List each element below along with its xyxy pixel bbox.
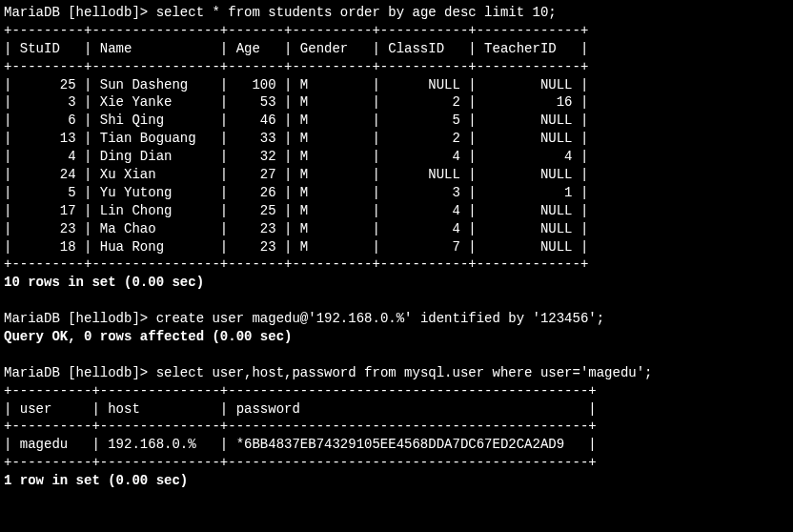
table2-header: | user | host | password |	[4, 401, 597, 417]
table1-border-mid1: +---------+----------------+-------+----…	[4, 59, 588, 74]
table1-border-top: +---------+----------------+-------+----…	[4, 23, 588, 38]
query-2[interactable]: create user magedu@'192.168.0.%' identif…	[156, 311, 604, 326]
terminal-output: MariaDB [hellodb]> select * from student…	[0, 0, 793, 494]
table1-row: | 5 | Yu Yutong | 26 | M | 3 | 1 |	[4, 185, 588, 200]
table1-row: | 18 | Hua Rong | 23 | M | 7 | NULL |	[4, 239, 588, 255]
table2-border-mid1: +----------+---------------+------------…	[4, 419, 597, 434]
prompt-2: MariaDB [hellodb]>	[4, 311, 156, 326]
table1-header: | StuID | Name | Age | Gender | ClassID …	[4, 41, 588, 56]
result-summary-2: Query OK, 0 rows affected (0.00 sec)	[4, 329, 292, 344]
table2-border-top: +----------+---------------+------------…	[4, 383, 597, 399]
table1-row: | 13 | Tian Boguang | 33 | M | 2 | NULL …	[4, 131, 588, 146]
query-1[interactable]: select * from students order by age desc…	[156, 5, 557, 20]
table1-row: | 23 | Ma Chao | 23 | M | 4 | NULL |	[4, 221, 588, 236]
table1-row: | 3 | Xie Yanke | 53 | M | 2 | 16 |	[4, 94, 588, 110]
prompt-1: MariaDB [hellodb]>	[4, 5, 156, 20]
query-3[interactable]: select user,host,password from mysql.use…	[156, 365, 653, 380]
prompt-3: MariaDB [hellodb]>	[4, 365, 156, 380]
table1-border-bottom: +---------+----------------+-------+----…	[4, 256, 588, 272]
table2-border-bottom: +----------+---------------+------------…	[4, 455, 597, 470]
table1-row: | 4 | Ding Dian | 32 | M | 4 | 4 |	[4, 149, 588, 164]
result-summary-3: 1 row in set (0.00 sec)	[4, 473, 188, 488]
table1-row: | 17 | Lin Chong | 25 | M | 4 | NULL |	[4, 203, 588, 218]
table1-row: | 25 | Sun Dasheng | 100 | M | NULL | NU…	[4, 77, 588, 92]
table1-row: | 24 | Xu Xian | 27 | M | NULL | NULL |	[4, 167, 588, 182]
table2-row: | magedu | 192.168.0.% | *6BB4837EB74329…	[4, 437, 597, 452]
result-summary-1: 10 rows in set (0.00 sec)	[4, 275, 204, 290]
table1-row: | 6 | Shi Qing | 46 | M | 5 | NULL |	[4, 113, 588, 128]
